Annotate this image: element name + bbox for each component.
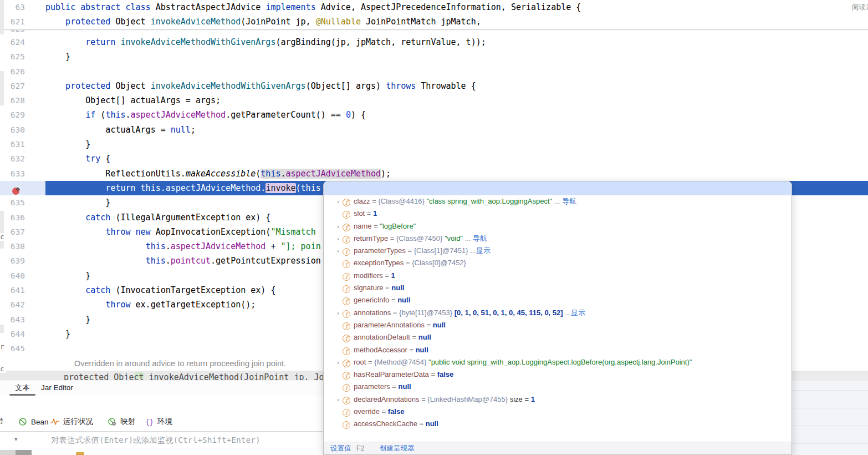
code-line[interactable]: 629 if (this.aspectJAdviceMethod.getPara… bbox=[0, 108, 868, 122]
field-row-root[interactable]: ›froot = {Method@7454} "public void spri… bbox=[324, 356, 788, 368]
field-row-slot[interactable]: fslot = 1 bbox=[324, 208, 788, 220]
code-line[interactable]: 630 actualArgs = null; bbox=[0, 123, 868, 137]
reader-mode-label[interactable]: 阅读器 bbox=[852, 3, 868, 12]
toolbar-item-health-pulse[interactable]: 运行状况 bbox=[50, 413, 93, 431]
toolbar-item-bean[interactable]: Bean bbox=[18, 413, 49, 431]
tab-jar-editor[interactable]: Jar Editor bbox=[35, 381, 79, 396]
code-line[interactable]: 632 try { bbox=[0, 151, 868, 166]
code-line-text[interactable]: protected Object invokeAdviceMethod(Join… bbox=[45, 14, 481, 29]
code-line-text[interactable]: throw ex.getTargetException(); bbox=[45, 297, 256, 312]
line-number-gutter[interactable]: 628 bbox=[0, 93, 45, 108]
value-action-link[interactable]: 显示 bbox=[476, 246, 491, 255]
create-renderer-link[interactable]: 创建呈现器 bbox=[380, 444, 415, 452]
line-number-gutter[interactable]: 639 bbox=[0, 254, 45, 268]
code-line-text[interactable]: throw new AopInvocationException("Mismat… bbox=[45, 225, 316, 239]
code-line[interactable]: 633 ReflectionUtils.makeAccessible(this.… bbox=[0, 166, 868, 181]
line-number-gutter[interactable]: 640 bbox=[0, 269, 45, 283]
code-line-text[interactable]: catch (IllegalArgumentException ex) { bbox=[45, 210, 270, 225]
field-row-annotations[interactable]: ›fannotations = {byte[11]@7453} [0, 1, 0… bbox=[324, 307, 788, 319]
line-number-gutter[interactable]: 644 bbox=[0, 327, 45, 341]
field-row-annotationDefault[interactable]: fannotationDefault = null bbox=[324, 331, 788, 343]
line-number-gutter[interactable]: 625 bbox=[0, 49, 45, 64]
code-line-text[interactable]: } bbox=[45, 327, 70, 341]
code-line[interactable]: 63public abstract class AbstractAspectJA… bbox=[0, 0, 868, 14]
chevron-right-icon[interactable]: › bbox=[334, 394, 343, 406]
line-number-gutter[interactable]: 633 bbox=[0, 166, 45, 181]
toolbar-item-mapping[interactable]: 映射 bbox=[108, 413, 135, 431]
field-row-genericInfo[interactable]: fgenericInfo = null bbox=[324, 294, 788, 306]
field-row-name[interactable]: ›fname = "logBefore" bbox=[324, 220, 788, 232]
horizontal-scrollbar-thumb[interactable] bbox=[16, 450, 32, 455]
code-line-text[interactable]: if (this.aspectJAdviceMethod.getParamete… bbox=[45, 108, 366, 122]
code-line-text[interactable]: public abstract class AbstractAspectJAdv… bbox=[45, 0, 581, 14]
line-number-gutter[interactable]: 632 bbox=[0, 151, 45, 166]
clipped-tab-label[interactable]: 台 bbox=[0, 416, 4, 426]
field-row-methodAccessor[interactable]: fmethodAccessor = null bbox=[324, 344, 788, 356]
field-row-returnType[interactable]: ›freturnType = {Class@7450} "void" ... 导… bbox=[324, 232, 788, 245]
line-number-gutter[interactable]: 627 bbox=[0, 79, 45, 93]
chevron-down-icon[interactable]: ▾ bbox=[14, 436, 18, 443]
code-line-text[interactable]: actualArgs = null; bbox=[45, 123, 196, 137]
chevron-right-icon[interactable]: › bbox=[334, 245, 343, 257]
line-number-gutter[interactable]: 623 bbox=[0, 29, 45, 35]
code-line-text[interactable]: } bbox=[45, 312, 90, 327]
code-line[interactable]: 628 Object[] actualArgs = args; bbox=[0, 93, 868, 108]
line-number-gutter[interactable]: 624 bbox=[0, 35, 45, 49]
line-number-gutter[interactable]: 635 bbox=[0, 195, 45, 210]
code-line-text[interactable]: } bbox=[45, 269, 90, 283]
code-line-text[interactable]: catch (InvocationTargetException ex) { bbox=[45, 283, 275, 297]
code-line[interactable]: 624 return invokeAdviceMethodWithGivenAr… bbox=[0, 35, 868, 49]
line-number-gutter[interactable]: 643 bbox=[0, 312, 45, 327]
code-line-text[interactable]: } bbox=[45, 137, 90, 151]
code-line[interactable]: 627 protected Object invokeAdviceMethodW… bbox=[0, 79, 868, 93]
popup-selected-variable-row[interactable]: ▾∞this.aspectJAdviceMethod = {Method@611… bbox=[324, 181, 792, 195]
toolbar-item-environment-braces[interactable]: {}环境 bbox=[145, 413, 172, 431]
code-line-text[interactable]: } bbox=[45, 49, 70, 64]
code-line-text[interactable]: Object[] actualArgs = args; bbox=[45, 93, 221, 108]
line-number-gutter[interactable]: 626 bbox=[0, 64, 45, 79]
chevron-right-icon[interactable]: › bbox=[334, 307, 343, 319]
code-line-text[interactable]: } bbox=[45, 195, 110, 210]
horizontal-scrollbar-track[interactable] bbox=[0, 450, 16, 455]
line-number-gutter[interactable]: 621 bbox=[0, 14, 45, 29]
field-row-override[interactable]: foverride = false bbox=[324, 406, 788, 418]
field-row-accessCheckCache[interactable]: faccessCheckCache = null bbox=[324, 418, 788, 430]
set-value-link[interactable]: 设置值 bbox=[330, 444, 351, 452]
code-line-text[interactable]: ReflectionUtils.makeAccessible(this.aspe… bbox=[45, 166, 391, 181]
field-row-parameters[interactable]: fparameters = null bbox=[324, 381, 788, 393]
field-row-declaredAnnotations[interactable]: ›fdeclaredAnnotations = {LinkedHashMap@7… bbox=[324, 393, 788, 406]
code-line-text[interactable]: this.aspectJAdviceMethod + "]; poin bbox=[45, 239, 321, 254]
line-number-gutter[interactable]: 629 bbox=[0, 108, 45, 122]
chevron-right-icon[interactable]: › bbox=[334, 196, 343, 208]
line-number-gutter[interactable]: 636 bbox=[0, 210, 45, 225]
code-line-text[interactable]: protected Object invokeAdviceMethodWithG… bbox=[45, 79, 476, 93]
code-line-text[interactable]: return this.aspectJAdviceMethod.invoke(t… bbox=[45, 181, 321, 195]
code-line-text[interactable]: return invokeAdviceMethodWithGivenArgs(a… bbox=[45, 35, 486, 49]
line-number-gutter[interactable]: 638 bbox=[0, 239, 45, 254]
chevron-right-icon[interactable]: › bbox=[334, 233, 343, 245]
line-number-gutter[interactable]: 637 bbox=[0, 225, 45, 239]
field-row-modifiers[interactable]: fmodifiers = 1 bbox=[324, 270, 788, 282]
code-line[interactable]: 626 bbox=[0, 64, 868, 79]
field-row-hasRealParameterData[interactable]: fhasRealParameterData = false bbox=[324, 368, 788, 381]
code-line-text[interactable]: this.pointcut.getPointcutExpression bbox=[45, 254, 321, 268]
chevron-right-icon[interactable]: › bbox=[334, 221, 343, 232]
field-row-exceptionTypes[interactable]: fexceptionTypes = {Class[0]@7452} bbox=[324, 257, 788, 269]
code-line[interactable]: 631 } bbox=[0, 137, 868, 151]
tab-text[interactable]: 文本 bbox=[9, 381, 35, 396]
line-number-gutter[interactable]: 645 bbox=[0, 341, 45, 356]
code-line[interactable]: 623 bbox=[0, 29, 868, 35]
code-line[interactable]: 625 } bbox=[0, 49, 868, 64]
line-number-gutter[interactable]: 641 bbox=[0, 283, 45, 297]
line-number-gutter[interactable]: 630 bbox=[0, 123, 45, 137]
line-number-gutter[interactable] bbox=[0, 181, 45, 195]
chevron-right-icon[interactable]: › bbox=[334, 357, 343, 368]
field-row-parameterAnnotations[interactable]: fparameterAnnotations = null bbox=[324, 319, 788, 331]
code-line[interactable]: 621 protected Object invokeAdviceMethod(… bbox=[0, 14, 868, 29]
line-number-gutter[interactable]: 631 bbox=[0, 137, 45, 151]
field-row-parameterTypes[interactable]: ›fparameterTypes = {Class[1]@7451} ...显示 bbox=[324, 245, 788, 257]
value-action-link[interactable]: 导航 bbox=[562, 197, 576, 205]
value-action-link[interactable]: 显示 bbox=[571, 309, 585, 317]
line-number-gutter[interactable]: 642 bbox=[0, 297, 45, 312]
field-row-signature[interactable]: fsignature = null bbox=[324, 282, 788, 294]
